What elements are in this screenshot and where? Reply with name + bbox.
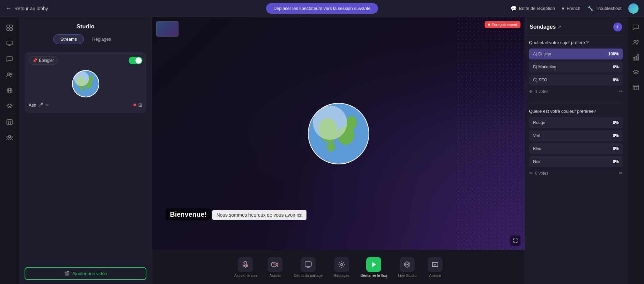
poll-option-vert-text: Vert [533, 133, 540, 138]
recording-dot [488, 24, 490, 26]
poll-1-edit-button[interactable]: ✏ [619, 89, 623, 94]
bottom-controls: Activer le son Activer [152, 250, 525, 284]
far-people-icon-button[interactable] [630, 36, 642, 49]
poll-option-vert[interactable]: Vert 0% [529, 130, 623, 141]
poll-option-noir[interactable]: Noir 0% [529, 156, 623, 167]
group-icon-button[interactable] [3, 131, 16, 144]
apercu-icon [428, 257, 443, 272]
thumbnail-inner [157, 22, 178, 36]
move-spectators-button[interactable]: Déplacer les spectateurs vers la session… [266, 3, 378, 14]
topbar-center: Déplacer les spectateurs vers la session… [266, 3, 378, 14]
troubleshoot-label: Troubleshoot [596, 6, 621, 11]
svg-rect-50 [635, 56, 636, 60]
pin-icon: 📌 [32, 58, 38, 63]
stream-user-name: Ash 🎤 ✏ [29, 103, 49, 108]
poll-1-question: Quel était votre sujet préféré ? [529, 40, 623, 45]
svg-rect-2 [7, 28, 9, 30]
poll-option-seo[interactable]: C) SEO 0% [529, 75, 623, 85]
settings-button[interactable]: Réglages [333, 257, 349, 278]
record-dot [133, 104, 136, 106]
troubleshoot-button[interactable]: 🔧 Troubleshoot [587, 5, 621, 12]
tab-streams[interactable]: Streams [53, 34, 84, 44]
share-button[interactable]: Début du partage [294, 257, 323, 278]
table-icon-button[interactable] [3, 116, 16, 129]
far-chart-icon-button[interactable] [630, 51, 642, 64]
svg-rect-51 [637, 55, 639, 60]
far-table-icon-button[interactable] [630, 81, 642, 94]
poll-option-bleu[interactable]: Bleu 0% [529, 143, 623, 154]
eye-icon-2: 👁 [529, 171, 533, 176]
globe-icon-button[interactable] [3, 84, 16, 97]
svg-rect-3 [10, 28, 12, 30]
thumbnail-card[interactable] [156, 21, 178, 37]
user-avatar[interactable] [628, 3, 639, 14]
back-button[interactable]: ← Retour au lobby [5, 5, 48, 12]
svg-rect-1 [10, 25, 12, 27]
topbar-right: 💬 Boîte de réception ▾ French 🔧 Troubles… [511, 3, 639, 14]
poll-option-marketing-text: B) Marketing [533, 65, 556, 69]
far-layers-icon-button[interactable] [630, 66, 642, 79]
edit-icon[interactable]: ✏ [45, 103, 49, 107]
video-off-button[interactable]: Activer [268, 257, 283, 278]
start-stream-label: Démarrer le flux [360, 273, 387, 278]
language-label: French [567, 6, 580, 11]
chat-icon-button[interactable] [3, 53, 16, 66]
eye-icon: 👁 [529, 89, 533, 94]
svg-line-35 [243, 262, 248, 267]
poll-option-noir-text: Noir [533, 159, 541, 164]
video-off-icon [268, 257, 283, 272]
layout-icon-button[interactable] [3, 21, 16, 34]
svg-marker-43 [372, 262, 376, 267]
svg-rect-45 [434, 266, 437, 267]
poll-option-design[interactable]: A) Design 100% [529, 49, 623, 59]
settings-icon [334, 257, 349, 272]
fullscreen-button[interactable]: ⛶ [510, 235, 520, 246]
live-studio-button[interactable]: Live Studio [398, 257, 416, 278]
start-stream-button[interactable]: Démarrer le flux [360, 257, 387, 278]
poll-2-meta: 👁 0 votes ✏ [529, 169, 623, 178]
inbox-button[interactable]: 💬 Boîte de réception [511, 5, 555, 12]
inbox-label: Boîte de réception [519, 6, 555, 11]
poll-option-marketing[interactable]: B) Marketing 0% [529, 62, 623, 72]
poll-option-bleu-text: Bleu [533, 146, 541, 151]
svg-point-26 [74, 71, 89, 86]
welcome-text-overlay: Bienvenue! Nous sommes heureux de vous a… [166, 208, 306, 222]
poll-1-votes: 👁 1 votes [529, 89, 548, 94]
poll-option-rouge[interactable]: Rouge 0% [529, 117, 623, 128]
language-selector[interactable]: ▾ French [562, 5, 580, 12]
svg-rect-0 [7, 25, 9, 27]
welcome-title: Bienvenue! [166, 208, 211, 220]
back-label: Retour au lobby [14, 6, 48, 11]
studio-title: Studio [19, 17, 152, 34]
poll-option-rouge-pct: 0% [613, 120, 619, 125]
add-poll-button[interactable]: + [613, 23, 622, 31]
far-chat-icon-button[interactable] [630, 21, 642, 33]
expand-icon[interactable]: ⊞ [138, 102, 142, 108]
add-video-label: Ajouter une vidéo [72, 271, 107, 276]
layers-icon-button[interactable] [3, 100, 16, 113]
people-icon-button[interactable] [3, 68, 16, 81]
external-link-icon: ↗ [558, 25, 561, 29]
svg-point-8 [10, 73, 12, 75]
poll-divider [529, 104, 623, 104]
back-arrow-icon: ← [5, 5, 12, 12]
studio-tabs: Streams Réglages [19, 34, 152, 48]
apercu-button[interactable]: Aperçu [428, 257, 443, 278]
recording-badge: Enregistrement [485, 21, 520, 28]
monitor-icon-button[interactable] [3, 37, 16, 50]
poll-1: Quel était votre sujet préféré ? A) Desi… [529, 40, 623, 97]
tab-reglages[interactable]: Réglages [85, 34, 118, 44]
stream-toggle[interactable] [129, 57, 142, 64]
svg-rect-12 [7, 120, 12, 124]
share-label: Début du partage [294, 273, 323, 278]
svg-rect-52 [633, 85, 639, 90]
pin-button[interactable]: 📌 Épingler [29, 56, 58, 65]
svg-point-33 [327, 142, 335, 151]
settings-label: Réglages [333, 273, 349, 278]
poll-2-edit-button[interactable]: ✏ [619, 171, 623, 176]
svg-point-34 [313, 106, 347, 140]
mute-button[interactable]: Activer le son [234, 257, 257, 278]
studio-content: 📌 Épingler [19, 48, 152, 263]
add-video-button[interactable]: 🎬 Ajouter une vidéo [25, 267, 146, 280]
svg-point-47 [634, 40, 636, 42]
